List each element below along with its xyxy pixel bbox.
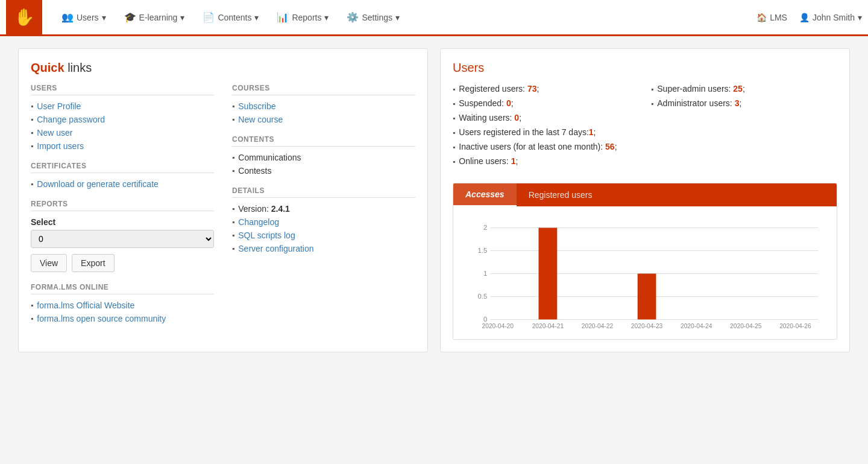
stat-administrator: Administrator users: 3; bbox=[651, 98, 837, 108]
reports-section: Select 0 View Export bbox=[31, 217, 214, 272]
forma-section: FORMA.LMS ONLINE forma.lms Official Webs… bbox=[31, 283, 214, 323]
svg-text:2020-04-22: 2020-04-22 bbox=[582, 323, 614, 329]
svg-text:1.5: 1.5 bbox=[478, 247, 488, 254]
users-icon: 👥 bbox=[61, 11, 74, 23]
svg-text:2020-04-24: 2020-04-24 bbox=[681, 323, 712, 329]
chevron-down-icon: ▾ bbox=[102, 13, 106, 22]
svg-text:2020-04-26: 2020-04-26 bbox=[779, 323, 811, 329]
list-item-open-source[interactable]: forma.lms open source community bbox=[31, 314, 214, 323]
nav-item-settings[interactable]: ⚙️ Settings ▾ bbox=[339, 7, 407, 28]
list-item-change-password[interactable]: Change password bbox=[31, 115, 214, 124]
contents-icon: 📄 bbox=[203, 11, 215, 23]
list-item-changelog[interactable]: Changelog bbox=[232, 217, 415, 227]
chart-tabs: Accesses Registered users bbox=[453, 183, 837, 206]
stat-registered-last7: Users registered in the last 7 days:1; bbox=[453, 127, 639, 137]
stat-waiting: Waiting users: 0; bbox=[453, 113, 639, 122]
section-title-courses: COURSES bbox=[232, 84, 415, 95]
svg-text:0: 0 bbox=[483, 316, 487, 323]
nav-label-contents: Contents bbox=[218, 13, 251, 22]
chart-container: Accesses Registered users 2 1.5 1 0.5 0 bbox=[453, 183, 837, 340]
section-title-certificates: CERTIFICATES bbox=[31, 162, 214, 173]
navbar: ✋ 👥 Users ▾ 🎓 E-learning ▾ 📄 Contents ▾ … bbox=[0, 0, 868, 36]
settings-icon: ⚙️ bbox=[347, 11, 359, 23]
svg-text:1: 1 bbox=[483, 270, 487, 277]
ql-col-2: COURSES Subscribe New course CONTENTS Co… bbox=[232, 84, 415, 329]
list-item-contests: Contests bbox=[232, 166, 415, 176]
certificates-list: Download or generate certificate bbox=[31, 179, 214, 189]
stat-registered-users: Registered users: 73; bbox=[453, 84, 639, 94]
title-accent: Quick bbox=[31, 61, 64, 74]
svg-text:2020-04-23: 2020-04-23 bbox=[631, 323, 663, 329]
users-list: User Profile Change password New user Im… bbox=[31, 101, 214, 151]
svg-text:2020-04-20: 2020-04-20 bbox=[482, 323, 514, 329]
section-title-forma: FORMA.LMS ONLINE bbox=[31, 283, 214, 294]
nav-label-elearning: E-learning bbox=[139, 13, 178, 22]
nav-right: 🏠 LMS 👤 John Smith ▾ bbox=[756, 13, 862, 22]
ql-grid: USERS User Profile Change password New u… bbox=[31, 84, 415, 329]
list-item-sql-scripts[interactable]: SQL scripts log bbox=[232, 230, 415, 240]
section-title-contents: CONTENTS bbox=[232, 135, 415, 147]
nav-items: 👥 Users ▾ 🎓 E-learning ▾ 📄 Contents ▾ 📊 … bbox=[54, 7, 756, 28]
elearning-icon: 🎓 bbox=[124, 11, 136, 23]
nav-item-contents[interactable]: 📄 Contents ▾ bbox=[195, 7, 266, 28]
list-item-download-certificate[interactable]: Download or generate certificate bbox=[31, 179, 214, 189]
nav-item-reports[interactable]: 📊 Reports ▾ bbox=[269, 7, 336, 28]
chart-body: 2 1.5 1 0.5 0 2020-04-20 2020-04-21 2020… bbox=[453, 206, 837, 339]
list-item-import-users[interactable]: Import users bbox=[31, 141, 214, 151]
panel-title: Quick links bbox=[31, 61, 415, 75]
chevron-down-icon: ▾ bbox=[395, 13, 400, 22]
nav-item-users[interactable]: 👥 Users ▾ bbox=[54, 7, 113, 28]
view-button[interactable]: View bbox=[31, 254, 67, 272]
tab-registered-users[interactable]: Registered users bbox=[517, 184, 605, 206]
list-item-new-user[interactable]: New user bbox=[31, 128, 214, 138]
chevron-down-icon: ▾ bbox=[858, 13, 862, 22]
ql-col-1: USERS User Profile Change password New u… bbox=[31, 84, 214, 329]
list-item-user-profile[interactable]: User Profile bbox=[31, 101, 214, 111]
nav-item-elearning[interactable]: 🎓 E-learning ▾ bbox=[117, 7, 192, 28]
nav-user-link[interactable]: 👤 John Smith ▾ bbox=[799, 13, 862, 22]
reports-select-label: Select bbox=[31, 217, 214, 227]
users-panel: Users Registered users: 73; Suspended: 0… bbox=[440, 48, 850, 352]
chevron-down-icon: ▾ bbox=[324, 13, 329, 22]
list-item-subscribe[interactable]: Subscribe bbox=[232, 101, 415, 111]
svg-text:0.5: 0.5 bbox=[478, 293, 488, 300]
home-icon: 🏠 bbox=[756, 13, 767, 22]
forma-list: forma.lms Official Website forma.lms ope… bbox=[31, 300, 214, 323]
stats-col-right: Super-admin users: 25; Administrator use… bbox=[651, 84, 837, 171]
bar-2020-04-21 bbox=[538, 228, 557, 320]
stats-col-left: Registered users: 73; Suspended: 0; Wait… bbox=[453, 84, 639, 171]
svg-text:2020-04-25: 2020-04-25 bbox=[730, 323, 762, 329]
tab-accesses[interactable]: Accesses bbox=[453, 183, 517, 206]
chevron-down-icon: ▾ bbox=[180, 13, 184, 22]
title-rest: links bbox=[64, 61, 92, 74]
list-item-new-course[interactable]: New course bbox=[232, 115, 415, 124]
reports-select[interactable]: 0 bbox=[31, 230, 214, 248]
contents-list: Communications Contests bbox=[232, 153, 415, 176]
quick-links-panel: Quick links USERS User Profile Change pa… bbox=[18, 48, 428, 352]
logo[interactable]: ✋ bbox=[6, 0, 42, 36]
section-title-users: USERS bbox=[31, 84, 214, 95]
courses-list: Subscribe New course bbox=[232, 101, 415, 124]
chevron-down-icon: ▾ bbox=[254, 13, 259, 22]
stat-superadmin: Super-admin users: 25; bbox=[651, 84, 837, 94]
stat-suspended: Suspended: 0; bbox=[453, 98, 639, 108]
stat-online: Online users: 1; bbox=[453, 156, 639, 166]
list-item-version: Version: 2.4.1 bbox=[232, 204, 415, 214]
nav-lms-link[interactable]: 🏠 LMS bbox=[756, 13, 787, 22]
reports-buttons: View Export bbox=[31, 254, 214, 272]
nav-label-reports: Reports bbox=[292, 13, 321, 22]
stat-inactive: Inactive users (for at least one month):… bbox=[453, 142, 639, 151]
bar-2020-04-23 bbox=[638, 273, 656, 319]
list-item-official-website[interactable]: forma.lms Official Website bbox=[31, 300, 214, 310]
logo-icon: ✋ bbox=[14, 7, 35, 27]
users-stats: Registered users: 73; Suspended: 0; Wait… bbox=[453, 84, 837, 171]
nav-user-label: John Smith bbox=[813, 13, 855, 22]
nav-label-settings: Settings bbox=[362, 13, 392, 22]
main-content: Quick links USERS User Profile Change pa… bbox=[0, 36, 868, 364]
reports-icon: 📊 bbox=[277, 11, 289, 23]
export-button[interactable]: Export bbox=[72, 254, 114, 272]
section-title-reports: REPORTS bbox=[31, 200, 214, 211]
list-item-server-config[interactable]: Server configuration bbox=[232, 244, 415, 253]
section-title-details: DETAILS bbox=[232, 186, 415, 198]
list-item-communications: Communications bbox=[232, 153, 415, 162]
